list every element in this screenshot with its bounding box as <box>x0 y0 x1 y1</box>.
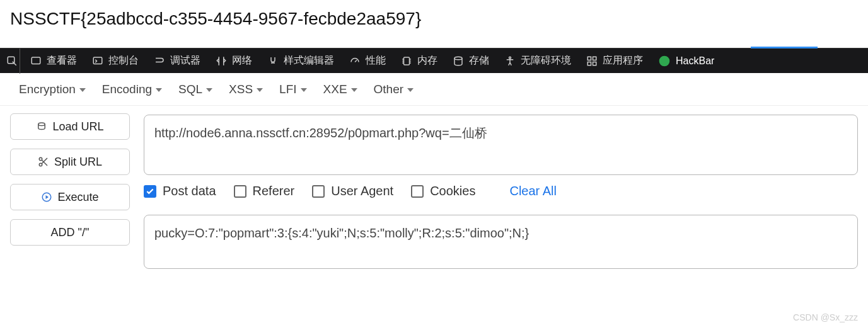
menu-label: SQL <box>178 82 202 96</box>
url-input[interactable] <box>144 115 858 175</box>
tab-hackbar[interactable]: HackBar <box>651 48 722 74</box>
tab-label: 性能 <box>366 54 386 67</box>
tab-label: 控制台 <box>108 54 139 67</box>
tab-performance[interactable]: 性能 <box>342 48 393 74</box>
chevron-down-icon <box>156 88 162 92</box>
watermark: CSDN @Sx_zzz <box>793 312 858 322</box>
performance-icon <box>349 55 361 67</box>
console-icon <box>92 55 103 67</box>
button-label: ADD "/" <box>51 226 90 239</box>
memory-icon <box>401 55 412 67</box>
check-cookies[interactable]: Cookies <box>411 184 475 198</box>
button-label: Load URL <box>52 120 103 133</box>
svg-point-11 <box>38 123 45 126</box>
add-slash-button[interactable]: ADD "/" <box>10 219 130 246</box>
execute-button[interactable]: Execute <box>10 184 130 210</box>
checkbox-icon <box>144 185 156 198</box>
tab-label: 调试器 <box>170 54 200 67</box>
load-url-icon <box>36 121 47 132</box>
hackbar-icon <box>658 55 671 67</box>
svg-rect-7 <box>593 57 596 60</box>
side-buttons: Load URL Split URL Execute ADD "/" <box>10 113 130 269</box>
debugger-icon <box>154 55 165 67</box>
tab-label: 无障碍环境 <box>521 54 571 67</box>
hackbar-menu-bar: Encryption Encoding SQL XSS LFI XXE Othe… <box>0 73 868 106</box>
page-title: NSSCTF{25adbccd-c355-4454-9567-fecbde2aa… <box>0 0 868 48</box>
svg-point-12 <box>39 157 42 161</box>
menu-xss[interactable]: XSS <box>229 82 263 96</box>
tab-label: 网络 <box>232 54 252 67</box>
chevron-down-icon <box>351 88 357 92</box>
menu-label: Encoding <box>102 82 152 96</box>
label: Cookies <box>430 184 475 198</box>
style-icon <box>267 55 279 67</box>
menu-other[interactable]: Other <box>374 82 414 96</box>
load-url-button[interactable]: Load URL <box>10 113 130 140</box>
menu-encoding[interactable]: Encoding <box>102 82 162 96</box>
menu-label: Encryption <box>19 82 76 96</box>
svg-rect-8 <box>587 62 591 65</box>
svg-point-10 <box>659 55 670 66</box>
tab-console[interactable]: 控制台 <box>84 48 146 74</box>
tab-apps[interactable]: 应用程序 <box>579 48 651 74</box>
inspector-icon <box>30 55 42 67</box>
clear-all-link[interactable]: Clear All <box>509 184 556 198</box>
label: Referer <box>253 184 295 198</box>
network-icon <box>216 55 227 67</box>
menu-label: XSS <box>229 82 253 96</box>
button-label: Split URL <box>54 156 102 169</box>
button-label: Execute <box>57 191 98 204</box>
tab-inspector[interactable]: 查看器 <box>23 48 84 74</box>
apps-icon <box>586 55 598 67</box>
tab-label: 内存 <box>417 54 437 67</box>
storage-icon <box>453 55 464 67</box>
main-column: Post data Referer User Agent Cookies Cle… <box>144 113 858 269</box>
label: Post data <box>163 184 216 198</box>
menu-lfi[interactable]: LFI <box>279 82 306 96</box>
tab-style[interactable]: 样式编辑器 <box>260 48 342 74</box>
devtools-tab-bar: 查看器 控制台 调试器 网络 样式编辑器 性能 内存 存储 无障碍环境 应用程序… <box>0 48 868 73</box>
svg-rect-3 <box>404 57 410 65</box>
menu-sql[interactable]: SQL <box>178 82 212 96</box>
chevron-down-icon <box>206 88 212 92</box>
tab-label: 存储 <box>469 54 489 67</box>
menu-encryption[interactable]: Encryption <box>19 82 86 96</box>
menu-label: LFI <box>279 82 296 96</box>
split-url-button[interactable]: Split URL <box>10 149 130 175</box>
scissors-icon <box>38 156 49 168</box>
menu-xxe[interactable]: XXE <box>323 82 357 96</box>
checkbox-icon <box>234 185 246 198</box>
svg-rect-6 <box>587 57 591 60</box>
tab-network[interactable]: 网络 <box>208 48 260 74</box>
svg-point-4 <box>454 57 462 60</box>
tab-label: 应用程序 <box>603 54 643 67</box>
chevron-down-icon <box>257 88 263 92</box>
chevron-down-icon <box>407 88 414 92</box>
svg-point-5 <box>509 57 511 59</box>
tab-debugger[interactable]: 调试器 <box>146 48 208 74</box>
element-picker-icon[interactable] <box>4 48 20 74</box>
tab-accessibility[interactable]: 无障碍环境 <box>497 48 579 74</box>
check-referer[interactable]: Referer <box>234 184 295 198</box>
menu-label: XXE <box>323 82 347 96</box>
tab-label: HackBar <box>676 55 714 67</box>
accessibility-icon <box>504 55 516 67</box>
tab-label: 查看器 <box>47 54 77 67</box>
chevron-down-icon <box>79 88 86 92</box>
tab-storage[interactable]: 存储 <box>445 48 497 74</box>
post-data-input[interactable] <box>144 215 858 269</box>
active-tab-indicator <box>751 47 818 48</box>
svg-rect-2 <box>93 57 102 64</box>
checkbox-icon <box>312 185 325 198</box>
check-post-data[interactable]: Post data <box>144 184 216 198</box>
play-icon <box>41 191 52 203</box>
svg-rect-9 <box>593 62 596 65</box>
hackbar-body: Load URL Split URL Execute ADD "/" Post … <box>0 106 868 276</box>
request-options-row: Post data Referer User Agent Cookies Cle… <box>144 184 858 198</box>
menu-label: Other <box>374 82 404 96</box>
chevron-down-icon <box>301 88 307 92</box>
check-user-agent[interactable]: User Agent <box>312 184 393 198</box>
tab-memory[interactable]: 内存 <box>393 48 445 74</box>
svg-rect-1 <box>32 57 40 64</box>
tab-label: 样式编辑器 <box>284 54 334 67</box>
